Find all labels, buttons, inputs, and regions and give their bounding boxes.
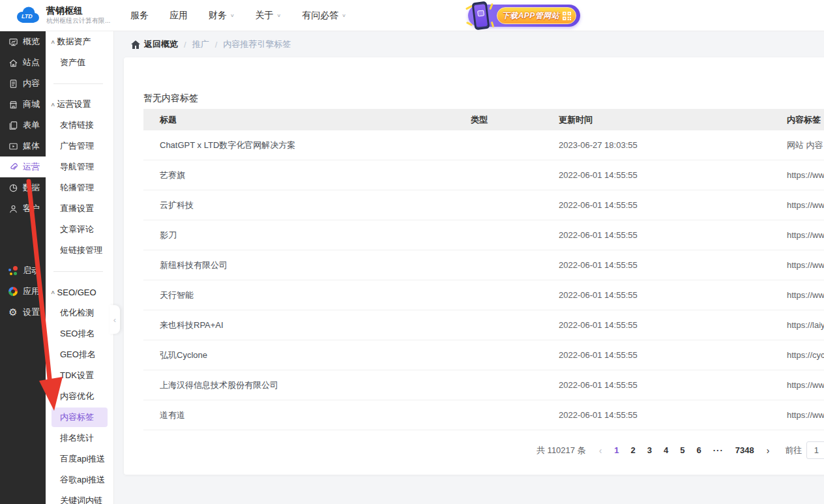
customer-icon xyxy=(8,203,18,214)
cell-updated: 2022-06-01 14:55:55 xyxy=(551,170,779,180)
download-app-banner[interactable]: 下载APP管网站 xyxy=(464,3,583,29)
content-icon xyxy=(8,78,18,89)
column-header: 标题 xyxy=(143,114,463,126)
submenu-item[interactable]: 文章评论 xyxy=(46,219,113,240)
sidebar-item-customer[interactable]: 客户 xyxy=(0,198,46,219)
cell-tags: 网站 内容 xyxy=(779,140,824,151)
cell-tags: https://www. xyxy=(779,170,824,180)
download-app-label: 下载APP管网站 xyxy=(502,10,560,22)
submenu-item[interactable]: 轮播管理 xyxy=(46,177,113,198)
prev-page-button[interactable] xyxy=(593,445,609,456)
apps-icon xyxy=(8,286,18,297)
table-row[interactable]: 新纽科技有限公司2022-06-01 14:55:55https://www. xyxy=(143,250,824,280)
submenu-item[interactable]: 百度api推送 xyxy=(46,449,113,469)
submenu-item[interactable]: 广告管理 xyxy=(46,136,113,156)
page-button-6[interactable]: 6 xyxy=(690,445,707,455)
brand[interactable]: LTD 营销枢纽 杭州枢纽云计算有限... xyxy=(0,5,116,25)
goto-label: 前往 xyxy=(785,445,802,456)
submenu-item[interactable]: TDK设置 xyxy=(46,365,113,386)
submenu-item[interactable]: 短链接管理 xyxy=(46,240,113,261)
submenu-item[interactable]: 关键词内链 xyxy=(46,490,113,504)
page-button-4[interactable]: 4 xyxy=(658,445,674,455)
table-row[interactable]: 天行智能2022-06-01 14:55:55https://www. xyxy=(143,280,824,310)
nav-item-5[interactable]: 有问必答∨ xyxy=(302,10,346,22)
cell-updated: 2022-06-01 14:55:55 xyxy=(551,260,779,270)
sidebar-item-mall[interactable]: 商城 xyxy=(0,94,46,115)
breadcrumb: 返回概览 / 推广 / 内容推荐引擎标签 xyxy=(114,31,824,57)
table-row[interactable]: 弘玑Cyclone2022-06-01 14:55:55https://cycl… xyxy=(143,340,824,370)
sidebar-item-label: 商城 xyxy=(23,98,40,110)
sidebar-item-data[interactable]: 数据 xyxy=(0,177,46,198)
sidebar-item-label: 站点 xyxy=(23,57,40,68)
submenu-item[interactable]: 排名统计 xyxy=(46,428,113,449)
table-row[interactable]: ChatGPT x LTD数字化官网解决方案2023-06-27 18:03:5… xyxy=(143,130,824,160)
sidebar-item-label: 运营 xyxy=(23,161,40,173)
submenu-item[interactable]: GEO排名 xyxy=(46,344,113,365)
submenu-item[interactable]: 资产值 xyxy=(46,52,113,73)
sidebar-item-settings[interactable]: 设置 xyxy=(0,302,46,323)
sidebar-item-apps[interactable]: 应用 xyxy=(0,281,46,302)
nav-item-1[interactable]: 服务 xyxy=(130,10,149,22)
page-button-3[interactable]: 3 xyxy=(641,445,658,455)
nav-item-3[interactable]: 财务∨ xyxy=(209,10,235,22)
sidebar-item-operation[interactable]: 运营 xyxy=(0,156,46,177)
brand-text: 营销枢纽 杭州枢纽云计算有限... xyxy=(46,5,114,25)
sidebar-item-media[interactable]: 媒体 xyxy=(0,136,46,156)
nav-item-2[interactable]: 应用 xyxy=(169,10,188,22)
submenu-group-title: 数据资产 xyxy=(57,36,91,48)
chevron-up-icon: ∧ xyxy=(50,102,55,108)
chevron-down-icon: ∨ xyxy=(342,13,346,18)
goto-page-input[interactable] xyxy=(806,441,824,459)
page-button-7348[interactable]: 7348 xyxy=(729,445,760,455)
table-row[interactable]: 上海汉得信息技术股份有限公司2022-06-01 14:55:55https:/… xyxy=(143,370,824,400)
submenu-item[interactable]: 直播设置 xyxy=(46,198,113,219)
sidebar-item-launch[interactable]: 启动 xyxy=(0,260,46,281)
submenu-item-active[interactable]: 内容标签 xyxy=(52,408,108,427)
page-button-5[interactable]: 5 xyxy=(674,445,690,455)
secondary-sidebar: ∧数据资产资产值∧运营设置友情链接广告管理导航管理轮播管理直播设置文章评论短链接… xyxy=(46,31,114,504)
cell-title: 来也科技RPA+AI xyxy=(143,319,463,331)
submenu-group-header[interactable]: ∧数据资产 xyxy=(46,31,113,52)
page: LTD 营销枢纽 杭州枢纽云计算有限... 服务应用财务∨关于∨有问必答∨ 下载… xyxy=(0,0,824,504)
submenu-item[interactable]: 内容优化 xyxy=(46,386,113,407)
submenu-item[interactable]: 导航管理 xyxy=(46,156,113,177)
sidebar-item-content[interactable]: 内容 xyxy=(0,73,46,94)
submenu-item[interactable]: 优化检测 xyxy=(46,303,113,323)
chevron-up-icon: ∧ xyxy=(50,39,55,45)
table-row[interactable]: 云扩科技2022-06-01 14:55:55https://www. xyxy=(143,190,824,220)
table-row[interactable]: 来也科技RPA+AI2022-06-01 14:55:55https://lai… xyxy=(143,310,824,340)
content-card: 暂无内容标签 标题类型更新时间内容标签 ChatGPT x LTD数字化官网解决… xyxy=(124,57,824,475)
submenu-group-header[interactable]: ∧运营设置 xyxy=(46,94,113,115)
sidebar-item-site[interactable]: 站点 xyxy=(0,52,46,73)
submenu-item[interactable]: 谷歌api推送 xyxy=(46,469,113,490)
submenu-group-header[interactable]: ∧SEO/GEO xyxy=(46,282,113,303)
table-row[interactable]: 影刀2022-06-01 14:55:55https://www. xyxy=(143,220,824,250)
sidebar-item-label: 设置 xyxy=(23,306,40,318)
submenu-item[interactable]: 友情链接 xyxy=(46,115,113,136)
table-row[interactable]: 道有道2022-06-01 14:55:55https://www. xyxy=(143,400,824,430)
next-page-button[interactable] xyxy=(760,445,776,456)
sidebar-item-form[interactable]: 表单 xyxy=(0,115,46,136)
cell-tags: https://www. xyxy=(779,230,824,240)
cell-updated: 2022-06-01 14:55:55 xyxy=(551,320,779,330)
download-app-button[interactable]: 下载APP管网站 xyxy=(497,7,576,24)
breadcrumb-separator: / xyxy=(184,40,186,50)
sidebar-item-label: 内容 xyxy=(23,78,40,89)
page-ellipsis: ··· xyxy=(707,445,729,455)
chevron-up-icon: ∧ xyxy=(50,289,55,295)
form-icon xyxy=(8,120,18,130)
breadcrumb-item[interactable]: 推广 xyxy=(192,38,209,50)
goto-page: 前往 页 xyxy=(785,441,824,459)
breadcrumb-home[interactable]: 返回概览 xyxy=(144,38,178,50)
table-row[interactable]: 艺赛旗2022-06-01 14:55:55https://www. xyxy=(143,160,824,190)
sidebar-item-overview[interactable]: 概览 xyxy=(0,31,46,52)
pagination-total: 共 110217 条 xyxy=(537,445,586,456)
page-button-2[interactable]: 2 xyxy=(625,445,641,455)
cell-tags: https://www. xyxy=(779,380,824,390)
mall-icon xyxy=(8,99,18,110)
page-button-1[interactable]: 1 xyxy=(608,445,625,455)
submenu-item[interactable]: SEO排名 xyxy=(46,323,113,344)
nav-item-4[interactable]: 关于∨ xyxy=(256,10,282,22)
sidebar-collapse-button[interactable] xyxy=(110,305,120,334)
cell-title: 天行智能 xyxy=(143,289,463,301)
